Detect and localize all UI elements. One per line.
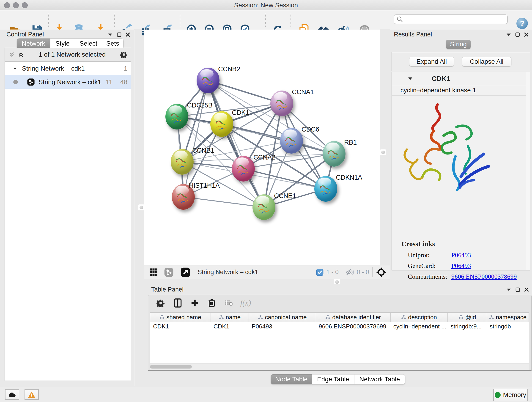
show-columns-button[interactable] xyxy=(171,296,184,310)
left-splitter-handle[interactable] xyxy=(138,204,144,211)
birds-eye-crosshair-icon[interactable] xyxy=(376,267,387,278)
status-bar: Memory xyxy=(0,386,532,402)
protein-structure-image xyxy=(399,99,495,198)
node-structure-thumbnail xyxy=(256,200,271,216)
table-cell[interactable]: stringdb xyxy=(487,323,529,330)
search-input[interactable] xyxy=(403,16,500,23)
close-panel-icon[interactable] xyxy=(524,32,529,37)
network-canvas[interactable]: CCNB2 CCNA1 CDC25B CDK1 xyxy=(144,30,380,265)
column-header-description[interactable]: description xyxy=(391,313,448,322)
network-edge[interactable] xyxy=(183,197,264,207)
protein-header-row[interactable]: CDK1 xyxy=(392,72,530,85)
table-row[interactable]: CDK1CDK1P064939606.ENSP00000378699cyclin… xyxy=(150,322,529,331)
float-panel-icon[interactable] xyxy=(515,32,520,37)
panel-menu-icon[interactable] xyxy=(506,33,511,36)
table-cell[interactable]: P06493 xyxy=(249,323,316,330)
crosslink-link[interactable]: P06493 xyxy=(451,251,471,259)
protein-node-cdkn1a[interactable] xyxy=(314,176,337,202)
crosslink-link[interactable]: 9606.ENSP00000378699 xyxy=(451,273,517,280)
close-panel-icon[interactable] xyxy=(524,287,529,292)
panel-menu-icon[interactable] xyxy=(506,288,511,291)
right-splitter-handle[interactable] xyxy=(380,149,386,155)
toolbar-separator xyxy=(48,13,49,27)
expand-all-button[interactable]: Expand All xyxy=(409,57,454,66)
tab-string[interactable]: String xyxy=(446,40,471,49)
crosslink-link[interactable]: P06493 xyxy=(451,262,471,269)
memory-button[interactable]: Memory xyxy=(493,389,528,401)
column-type-icon xyxy=(219,315,224,320)
column-header-shared-name[interactable]: shared name xyxy=(150,313,211,322)
tree-expander-icon[interactable] xyxy=(13,67,17,70)
network-badge-gray-icon[interactable] xyxy=(164,268,174,277)
protein-node-cdk1[interactable] xyxy=(210,111,233,137)
collapse-section-icon[interactable] xyxy=(408,77,413,80)
float-panel-icon[interactable] xyxy=(515,287,520,292)
tab-style[interactable]: Style xyxy=(50,38,75,49)
protein-node-ccnb1[interactable] xyxy=(171,149,194,175)
node-label-ccnb2: CCNB2 xyxy=(218,65,240,73)
protein-node-ccna1[interactable] xyxy=(270,90,293,116)
network-row[interactable]: String Network – cdk1 11 48 xyxy=(5,75,131,89)
protein-description: cyclin–dependent kinase 1 xyxy=(392,85,530,96)
results-scrollbar[interactable] xyxy=(526,72,530,270)
warnings-button[interactable] xyxy=(25,389,39,400)
protein-node-cdc25b[interactable] xyxy=(165,104,188,129)
table-hscrollbar-thumb[interactable] xyxy=(150,365,192,369)
function-builder-button[interactable]: f(x) xyxy=(239,296,252,310)
tab-node-table[interactable]: Node Table xyxy=(271,374,312,384)
table-hscrollbar[interactable] xyxy=(150,364,529,370)
table-cell[interactable]: CDK1 xyxy=(150,323,211,330)
collapse-all-chevron-icon[interactable] xyxy=(8,52,15,57)
tab-select[interactable]: Select xyxy=(75,38,102,49)
create-column-button[interactable] xyxy=(188,296,201,310)
table-header-row: shared name name canonical name database… xyxy=(150,313,529,322)
protein-node-rb1[interactable] xyxy=(323,141,346,167)
network-collection-box: 1 of 1 Network selected String Network –… xyxy=(5,48,131,381)
column-type-icon xyxy=(325,315,330,320)
column-header-namespace[interactable]: namespace xyxy=(487,313,529,322)
table-cell[interactable]: CDK1 xyxy=(211,323,249,330)
node-label-ccna2: CCNA2 xyxy=(253,153,275,161)
column-header-database-identifier[interactable]: database identifier xyxy=(316,313,391,322)
selected-checkbox-icon[interactable] xyxy=(316,269,323,276)
open-in-window-icon[interactable] xyxy=(180,267,190,277)
delete-table-icon xyxy=(225,300,233,306)
collapse-all-button[interactable]: Collapse All xyxy=(462,57,511,66)
panel-menu-icon[interactable] xyxy=(108,33,113,36)
protein-node-ccnb2[interactable] xyxy=(196,68,220,93)
help-button[interactable]: ? xyxy=(516,18,528,29)
cloud-button[interactable] xyxy=(5,389,19,400)
grid-view-icon[interactable] xyxy=(149,268,158,277)
tab-network-table[interactable]: Network Table xyxy=(354,374,405,384)
node-table: shared name name canonical name database… xyxy=(150,313,529,363)
column-header-name[interactable]: name xyxy=(211,313,249,322)
delete-column-button[interactable] xyxy=(205,296,218,310)
tab-sets[interactable]: Sets xyxy=(102,38,123,49)
node-structure-thumbnail xyxy=(274,96,289,112)
collection-count: 1 xyxy=(124,65,127,72)
tab-network[interactable]: Network xyxy=(17,38,50,49)
protein-name: CDK1 xyxy=(432,75,450,83)
main-toolbar: ? xyxy=(0,10,532,30)
table-cell[interactable]: stringdb:9... xyxy=(448,323,487,330)
table-type-tabs: Node Table Edge Table Network Table xyxy=(271,374,405,384)
hidden-eye-icon[interactable] xyxy=(345,268,355,277)
protein-node-cdc6[interactable] xyxy=(280,128,303,153)
tab-edge-table[interactable]: Edge Table xyxy=(312,374,354,384)
search-box[interactable] xyxy=(394,14,508,24)
network-options-gear-icon[interactable] xyxy=(120,51,128,58)
expand-all-chevron-icon[interactable] xyxy=(18,52,24,57)
protein-node-ccna2[interactable] xyxy=(232,156,255,182)
table-cell[interactable]: 9606.ENSP00000378699 xyxy=(316,323,391,330)
column-header--id[interactable]: @id xyxy=(448,313,487,322)
close-panel-icon[interactable] xyxy=(126,32,130,37)
node-structure-thumbnail xyxy=(200,74,215,89)
column-header-canonical-name[interactable]: canonical name xyxy=(249,313,316,322)
float-panel-icon[interactable] xyxy=(117,32,121,37)
delete-table-button[interactable] xyxy=(222,296,235,310)
network-collection-row[interactable]: String Network – cdk1 1 xyxy=(5,62,131,75)
table-box: f(x) shared name name canonical name dat… xyxy=(148,295,532,370)
table-cell[interactable]: cyclin–dependent ... xyxy=(391,323,448,330)
table-options-button[interactable] xyxy=(154,296,167,310)
protein-node-ccne1[interactable] xyxy=(253,194,275,220)
